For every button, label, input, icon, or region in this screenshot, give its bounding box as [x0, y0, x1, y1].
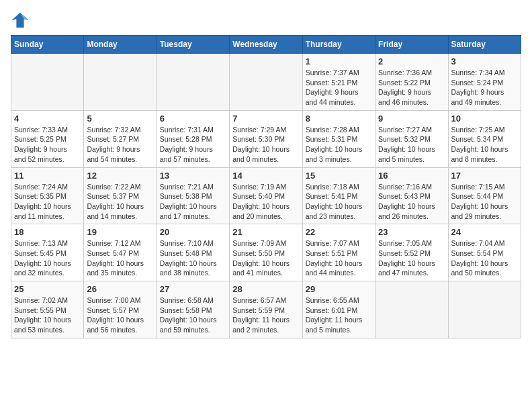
day-number: 22 [306, 227, 372, 237]
day-number: 7 [232, 113, 299, 124]
day-info: Sunrise: 7:09 AM Sunset: 5:50 PM Dayligh… [232, 238, 299, 278]
calendar-cell: 22Sunrise: 7:07 AM Sunset: 5:51 PM Dayli… [302, 224, 375, 281]
day-number: 5 [87, 113, 153, 124]
weekday-header-wednesday: Wednesday [230, 36, 302, 54]
calendar-cell [230, 54, 302, 111]
calendar-cell: 18Sunrise: 7:13 AM Sunset: 5:45 PM Dayli… [11, 224, 84, 281]
day-number: 8 [306, 113, 372, 124]
calendar-cell: 5Sunrise: 7:32 AM Sunset: 5:27 PM Daylig… [84, 110, 157, 167]
day-number: 29 [306, 284, 372, 294]
day-info: Sunrise: 7:04 AM Sunset: 5:54 PM Dayligh… [451, 238, 518, 278]
day-info: Sunrise: 6:55 AM Sunset: 6:01 PM Dayligh… [306, 295, 372, 335]
day-info: Sunrise: 7:13 AM Sunset: 5:45 PM Dayligh… [14, 238, 81, 278]
calendar-cell: 7Sunrise: 7:29 AM Sunset: 5:30 PM Daylig… [230, 110, 302, 167]
day-info: Sunrise: 7:28 AM Sunset: 5:31 PM Dayligh… [306, 125, 372, 165]
day-number: 25 [14, 284, 81, 294]
day-info: Sunrise: 7:21 AM Sunset: 5:38 PM Dayligh… [160, 182, 226, 222]
calendar-cell: 8Sunrise: 7:28 AM Sunset: 5:31 PM Daylig… [302, 110, 375, 167]
day-number: 14 [232, 171, 299, 181]
logo [11, 11, 32, 30]
day-info: Sunrise: 6:58 AM Sunset: 5:58 PM Dayligh… [160, 295, 226, 335]
calendar-cell [448, 281, 521, 338]
calendar-cell: 19Sunrise: 7:12 AM Sunset: 5:47 PM Dayli… [84, 224, 157, 281]
calendar-body: 1Sunrise: 7:37 AM Sunset: 5:21 PM Daylig… [11, 54, 521, 338]
day-number: 21 [232, 227, 299, 237]
calendar-week-2: 4Sunrise: 7:33 AM Sunset: 5:25 PM Daylig… [11, 110, 521, 167]
day-info: Sunrise: 7:12 AM Sunset: 5:47 PM Dayligh… [87, 238, 153, 278]
calendar-cell: 17Sunrise: 7:15 AM Sunset: 5:44 PM Dayli… [448, 167, 521, 224]
day-number: 12 [87, 171, 153, 181]
day-number: 26 [87, 284, 153, 294]
calendar-week-4: 18Sunrise: 7:13 AM Sunset: 5:45 PM Dayli… [11, 224, 521, 281]
day-number: 1 [306, 56, 372, 66]
calendar-cell [375, 281, 448, 338]
calendar-table: SundayMondayTuesdayWednesdayThursdayFrid… [11, 35, 521, 338]
calendar-cell: 28Sunrise: 6:57 AM Sunset: 5:59 PM Dayli… [230, 281, 302, 338]
calendar-cell: 10Sunrise: 7:25 AM Sunset: 5:34 PM Dayli… [448, 110, 521, 167]
svg-marker-0 [11, 13, 28, 28]
calendar-cell [84, 54, 157, 111]
calendar-cell: 9Sunrise: 7:27 AM Sunset: 5:32 PM Daylig… [375, 110, 448, 167]
calendar-cell: 13Sunrise: 7:21 AM Sunset: 5:38 PM Dayli… [157, 167, 229, 224]
calendar-cell [11, 54, 84, 111]
calendar-cell: 2Sunrise: 7:36 AM Sunset: 5:22 PM Daylig… [375, 54, 448, 111]
calendar-cell: 25Sunrise: 7:02 AM Sunset: 5:55 PM Dayli… [11, 281, 84, 338]
day-number: 13 [160, 171, 226, 181]
calendar-cell: 12Sunrise: 7:22 AM Sunset: 5:37 PM Dayli… [84, 167, 157, 224]
day-number: 9 [378, 113, 445, 124]
day-info: Sunrise: 6:57 AM Sunset: 5:59 PM Dayligh… [232, 295, 299, 335]
day-info: Sunrise: 7:36 AM Sunset: 5:22 PM Dayligh… [378, 68, 445, 107]
calendar-cell: 24Sunrise: 7:04 AM Sunset: 5:54 PM Dayli… [448, 224, 521, 281]
calendar-cell: 4Sunrise: 7:33 AM Sunset: 5:25 PM Daylig… [11, 110, 84, 167]
weekday-header-saturday: Saturday [448, 36, 521, 54]
weekday-header-friday: Friday [375, 36, 448, 54]
day-info: Sunrise: 7:37 AM Sunset: 5:21 PM Dayligh… [306, 68, 372, 107]
day-number: 24 [451, 227, 518, 237]
day-info: Sunrise: 7:02 AM Sunset: 5:55 PM Dayligh… [14, 295, 81, 335]
day-info: Sunrise: 7:00 AM Sunset: 5:57 PM Dayligh… [87, 295, 153, 335]
calendar-cell: 16Sunrise: 7:16 AM Sunset: 5:43 PM Dayli… [375, 167, 448, 224]
day-info: Sunrise: 7:15 AM Sunset: 5:44 PM Dayligh… [451, 182, 518, 222]
weekday-row: SundayMondayTuesdayWednesdayThursdayFrid… [11, 36, 521, 54]
calendar-cell: 20Sunrise: 7:10 AM Sunset: 5:48 PM Dayli… [157, 224, 229, 281]
day-info: Sunrise: 7:27 AM Sunset: 5:32 PM Dayligh… [378, 125, 445, 165]
day-info: Sunrise: 7:24 AM Sunset: 5:35 PM Dayligh… [14, 182, 81, 222]
day-info: Sunrise: 7:34 AM Sunset: 5:24 PM Dayligh… [451, 68, 518, 107]
calendar-cell: 23Sunrise: 7:05 AM Sunset: 5:52 PM Dayli… [375, 224, 448, 281]
day-number: 6 [160, 113, 226, 124]
day-info: Sunrise: 7:29 AM Sunset: 5:30 PM Dayligh… [232, 125, 299, 165]
calendar-cell [157, 54, 229, 111]
day-number: 11 [14, 171, 81, 181]
calendar-cell: 6Sunrise: 7:31 AM Sunset: 5:28 PM Daylig… [157, 110, 229, 167]
page-header [11, 11, 521, 30]
day-info: Sunrise: 7:07 AM Sunset: 5:51 PM Dayligh… [306, 238, 372, 278]
calendar-week-1: 1Sunrise: 7:37 AM Sunset: 5:21 PM Daylig… [11, 54, 521, 111]
day-number: 15 [306, 171, 372, 181]
calendar-cell: 11Sunrise: 7:24 AM Sunset: 5:35 PM Dayli… [11, 167, 84, 224]
calendar-cell: 15Sunrise: 7:18 AM Sunset: 5:41 PM Dayli… [302, 167, 375, 224]
day-info: Sunrise: 7:22 AM Sunset: 5:37 PM Dayligh… [87, 182, 153, 222]
weekday-header-sunday: Sunday [11, 36, 84, 54]
day-number: 10 [451, 113, 518, 124]
day-info: Sunrise: 7:05 AM Sunset: 5:52 PM Dayligh… [378, 238, 445, 278]
day-info: Sunrise: 7:31 AM Sunset: 5:28 PM Dayligh… [160, 125, 226, 165]
day-number: 28 [232, 284, 299, 294]
day-number: 2 [378, 56, 445, 66]
calendar-week-3: 11Sunrise: 7:24 AM Sunset: 5:35 PM Dayli… [11, 167, 521, 224]
calendar-cell: 21Sunrise: 7:09 AM Sunset: 5:50 PM Dayli… [230, 224, 302, 281]
day-info: Sunrise: 7:16 AM Sunset: 5:43 PM Dayligh… [378, 182, 445, 222]
day-number: 4 [14, 113, 81, 124]
calendar-cell: 29Sunrise: 6:55 AM Sunset: 6:01 PM Dayli… [302, 281, 375, 338]
day-info: Sunrise: 7:25 AM Sunset: 5:34 PM Dayligh… [451, 125, 518, 165]
day-number: 16 [378, 171, 445, 181]
day-number: 27 [160, 284, 226, 294]
calendar-cell: 27Sunrise: 6:58 AM Sunset: 5:58 PM Dayli… [157, 281, 229, 338]
calendar-cell: 14Sunrise: 7:19 AM Sunset: 5:40 PM Dayli… [230, 167, 302, 224]
day-info: Sunrise: 7:18 AM Sunset: 5:41 PM Dayligh… [306, 182, 372, 222]
calendar-cell: 1Sunrise: 7:37 AM Sunset: 5:21 PM Daylig… [302, 54, 375, 111]
day-number: 20 [160, 227, 226, 237]
day-number: 18 [14, 227, 81, 237]
weekday-header-monday: Monday [84, 36, 157, 54]
day-number: 3 [451, 56, 518, 66]
calendar-cell: 3Sunrise: 7:34 AM Sunset: 5:24 PM Daylig… [448, 54, 521, 111]
